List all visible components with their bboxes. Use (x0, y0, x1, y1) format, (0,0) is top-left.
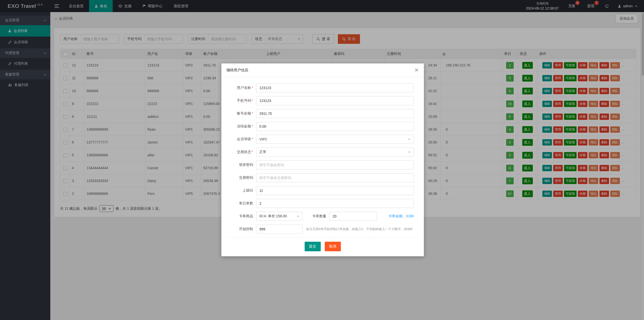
field-balance-input[interactable] (256, 109, 414, 118)
field-row-frozen: 冻结金额* (226, 122, 414, 131)
field-trade-password-label: 交易密码 (226, 175, 256, 180)
field-parent-id-label: 上级ID (226, 188, 256, 193)
field-phone-label: 手机号码* (226, 98, 256, 103)
field-row-phone: 手机号码* (226, 96, 414, 105)
modal-header: 编辑用户信息 × (221, 63, 424, 77)
field-balance-label: 账号余额* (226, 111, 256, 116)
modal-footer: 提交 取消 (226, 237, 419, 256)
field-row-daily-orders: 单日单数 (226, 199, 414, 208)
start-control-hint: 如当天第5单开始控制订单金额，则输入5，不控制则输入一个大数字，如999 (306, 227, 412, 231)
field-daily-orders-label: 单日单数 (226, 201, 256, 206)
close-icon[interactable]: × (414, 67, 419, 73)
card-product-label: 卡单商品 (226, 214, 256, 219)
card-product-row: 卡单商品 ID:4- 单价:158.00 卡单数量 卡单金额：3160 (226, 212, 414, 221)
field-row-trade-status: 交易状态*正常 (226, 148, 414, 157)
card-qty-input[interactable] (329, 212, 377, 221)
card-product-select[interactable]: ID:4- 单价:158.00 (256, 212, 303, 221)
field-row-trade-password: 交易密码 (226, 173, 414, 182)
field-username-label: 用户名称* (226, 86, 256, 90)
submit-button[interactable]: 提交 (305, 242, 321, 251)
field-trade-status-select[interactable]: 正常 (256, 148, 414, 157)
field-row-level: 会员等级*VIP2 (226, 135, 414, 144)
field-trade-status-label: 交易状态* (226, 150, 256, 154)
field-trade-status-value: 正常 (259, 150, 266, 154)
field-parent-id-input[interactable] (256, 186, 414, 195)
field-row-login-password: 登录密码 (226, 160, 414, 169)
field-row-parent-id: 上级ID (226, 186, 414, 195)
modal-title: 编辑用户信息 (226, 68, 248, 73)
field-login-password-input[interactable] (256, 160, 414, 169)
start-control-label: 开始控制 (226, 227, 256, 231)
field-frozen-input[interactable] (256, 122, 414, 131)
field-row-balance: 账号余额* (226, 109, 414, 118)
card-amount-link[interactable]: 卡单金额：3160 (388, 214, 414, 219)
field-row-username: 用户名称* (226, 83, 414, 92)
field-level-value: VIP2 (259, 137, 267, 141)
field-frozen-label: 冻结金额* (226, 124, 256, 129)
field-username-input[interactable] (256, 83, 414, 92)
field-login-password-label: 登录密码 (226, 163, 256, 167)
edit-user-modal: 编辑用户信息 × 用户名称*手机号码*账号余额*冻结金额*会员等级*VIP2交易… (221, 63, 424, 256)
card-qty-label: 卡单数量 (308, 214, 329, 219)
field-daily-orders-input[interactable] (256, 199, 414, 208)
field-level-select[interactable]: VIP2 (256, 135, 414, 144)
field-level-label: 会员等级* (226, 137, 256, 141)
start-control-row: 开始控制 如当天第5单开始控制订单金额，则输入5，不控制则输入一个大数字，如99… (226, 225, 414, 234)
cancel-button[interactable]: 取消 (325, 242, 341, 251)
modal-body: 用户名称*手机号码*账号余额*冻结金额*会员等级*VIP2交易状态*正常登录密码… (221, 77, 424, 234)
start-control-input[interactable] (256, 225, 303, 234)
field-phone-input[interactable] (256, 96, 414, 105)
field-trade-password-input[interactable] (256, 173, 414, 182)
